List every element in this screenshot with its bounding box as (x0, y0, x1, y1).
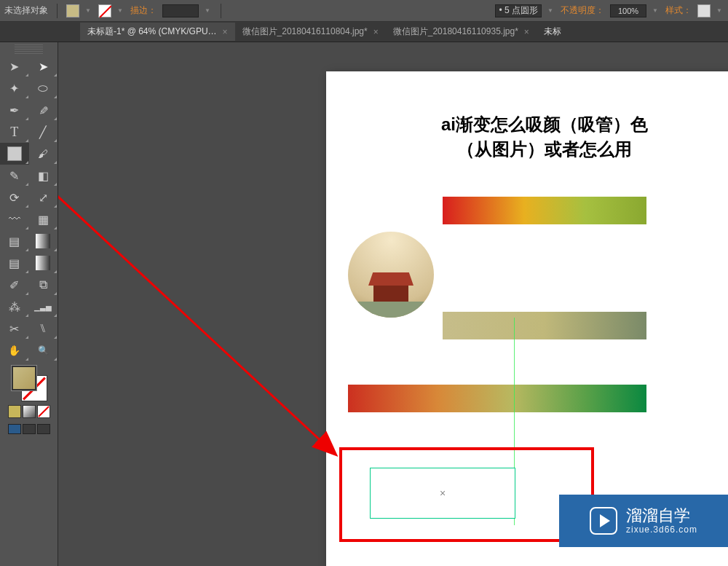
stroke-swatch[interactable] (98, 4, 111, 17)
mesh-tool[interactable] (0, 252, 29, 274)
play-icon (590, 507, 617, 535)
tab-label: 未标 (544, 25, 561, 38)
opacity-dropdown-icon[interactable]: ▼ (652, 7, 660, 14)
tab-doc-4[interactable]: 未标 (537, 23, 569, 41)
canvas-area[interactable]: ai渐变怎么吸颜（吸管）色 （从图片）或者怎么用 × W: 77 H: 27 (58, 42, 728, 566)
svg-line-0 (58, 170, 335, 454)
stroke-dropdown-icon[interactable]: ▼ (117, 7, 124, 14)
pencil-tool[interactable] (0, 165, 29, 186)
artboard[interactable]: ai渐变怎么吸颜（吸管）色 （从图片）或者怎么用 × W: 77 H: 27 (326, 71, 728, 566)
selection-tool[interactable]: ➤ (0, 55, 29, 77)
close-icon[interactable]: × (223, 27, 228, 37)
perspective-grid-tool[interactable] (29, 230, 58, 252)
stroke-label: 描边： (130, 4, 157, 17)
opacity-input[interactable] (610, 4, 646, 17)
tool-grid: ➤ (0, 55, 58, 361)
eraser-tool[interactable] (29, 165, 58, 186)
document-heading: ai渐变怎么吸颜（吸管）色 （从图片）或者怎么用 (326, 112, 728, 161)
pen-tool[interactable] (0, 99, 29, 121)
draw-behind-mode[interactable] (23, 424, 36, 434)
eyedropper-tool[interactable] (0, 274, 29, 296)
control-bar: 未选择对象 ▼ ▼ 描边： ▼ • 5 点圆形 ▼ 不透明度： ▼ 样式： ▼ (0, 0, 728, 22)
column-graph-tool[interactable] (29, 296, 58, 318)
style-swatch[interactable] (697, 4, 711, 17)
rotate-tool[interactable] (0, 186, 29, 208)
gradient-bar-1[interactable] (443, 197, 646, 224)
watermark-url: zixue.3d66.com (626, 525, 697, 534)
close-icon[interactable]: × (524, 27, 529, 37)
tab-doc-3[interactable]: 微信图片_20180416110935.jpg* × (386, 23, 537, 41)
style-label: 样式： (665, 4, 692, 17)
stroke-weight-stepper-icon[interactable]: ▼ (205, 7, 212, 14)
shape-builder-tool[interactable] (0, 230, 29, 252)
sample-image-circle[interactable] (348, 232, 434, 318)
free-transform-tool[interactable] (29, 208, 58, 230)
close-icon[interactable]: × (373, 27, 379, 37)
symbol-sprayer-tool[interactable] (0, 296, 29, 318)
color-mode-gradient[interactable] (23, 405, 36, 418)
magic-wand-tool[interactable] (0, 77, 29, 99)
type-tool[interactable] (0, 121, 29, 143)
document-tabs: 未标题-1* @ 64% (CMYK/GPU… × 微信图片_201804161… (0, 22, 728, 42)
gradient-bar-3[interactable] (348, 385, 646, 412)
color-mode-none[interactable] (37, 405, 50, 418)
tools-panel: ➤ (0, 42, 58, 566)
gradient-tool[interactable] (29, 252, 58, 274)
center-mark-icon: × (440, 487, 446, 499)
color-section (0, 361, 58, 439)
slice-tool[interactable] (29, 318, 58, 339)
selection-status: 未选择对象 (4, 4, 48, 17)
hand-tool[interactable] (0, 339, 29, 361)
tab-label: 微信图片_20180416110935.jpg* (393, 25, 518, 38)
artboard-tool[interactable] (0, 318, 29, 339)
scale-tool[interactable] (29, 186, 58, 208)
tab-doc-2[interactable]: 微信图片_20180416110804.jpg* × (235, 23, 386, 41)
draw-inside-mode[interactable] (37, 424, 50, 434)
opacity-label: 不透明度： (561, 4, 604, 17)
brush-dropdown-icon[interactable]: ▼ (547, 7, 555, 14)
fill-color-swatch[interactable] (12, 366, 36, 390)
stroke-weight-input[interactable] (162, 4, 199, 17)
draw-normal-mode[interactable] (8, 424, 21, 434)
gradient-bar-2[interactable] (443, 312, 646, 339)
fill-swatch[interactable] (66, 4, 79, 17)
fill-stroke-swatches[interactable] (12, 366, 47, 401)
tab-label: 微信图片_20180416110804.jpg* (242, 25, 368, 38)
line-segment-tool[interactable] (29, 121, 58, 143)
watermark-brand: 溜溜自学 (626, 508, 697, 524)
blend-tool[interactable] (29, 274, 58, 296)
brush-dropdown[interactable]: • 5 点圆形 (495, 4, 542, 17)
rectangle-tool[interactable] (0, 143, 29, 165)
drawing-rectangle[interactable]: × (370, 468, 515, 519)
style-dropdown-icon[interactable]: ▼ (716, 7, 724, 14)
panel-grip-icon[interactable] (15, 44, 43, 54)
paintbrush-tool[interactable] (29, 143, 58, 165)
watermark: 溜溜自学 zixue.3d66.com (559, 495, 728, 547)
tab-doc-1[interactable]: 未标题-1* @ 64% (CMYK/GPU… × (80, 23, 235, 41)
color-mode-solid[interactable] (8, 405, 21, 418)
curvature-tool[interactable] (29, 99, 58, 121)
zoom-tool[interactable] (29, 339, 58, 361)
fill-dropdown-icon[interactable]: ▼ (85, 7, 92, 14)
direct-selection-tool[interactable] (29, 55, 58, 77)
width-tool[interactable] (0, 208, 29, 230)
lasso-tool[interactable] (29, 77, 58, 99)
tab-label: 未标题-1* @ 64% (CMYK/GPU… (87, 25, 217, 38)
